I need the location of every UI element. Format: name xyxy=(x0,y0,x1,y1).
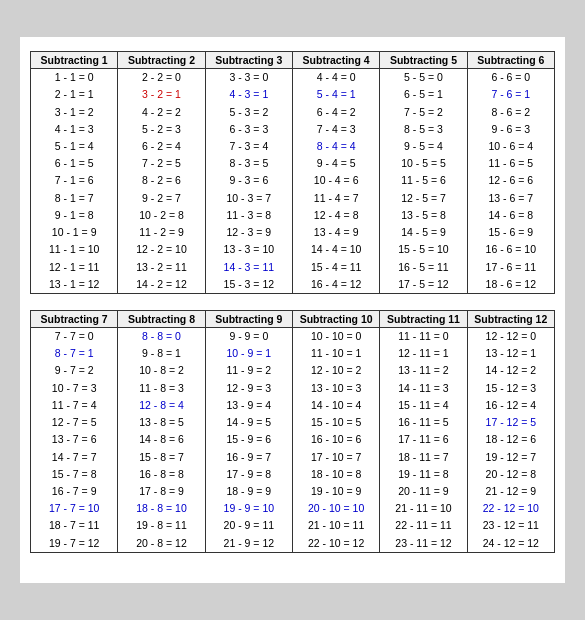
table-block-subtracting-5: Subtracting 55 - 5 = 06 - 5 = 17 - 5 = 2… xyxy=(380,51,467,294)
table-row: 12 - 2 = 10 xyxy=(118,241,204,258)
table-row: 12 - 7 = 5 xyxy=(31,414,117,431)
table-row: 12 - 5 = 7 xyxy=(380,190,466,207)
table-row: 11 - 7 = 4 xyxy=(31,397,117,414)
table-row: 14 - 2 = 12 xyxy=(118,276,204,293)
table-row: 5 - 5 = 0 xyxy=(380,69,466,86)
table-row: 6 - 3 = 3 xyxy=(206,121,292,138)
table-row: 13 - 5 = 8 xyxy=(380,207,466,224)
table-row: 12 - 9 = 3 xyxy=(206,380,292,397)
table-row: 14 - 10 = 4 xyxy=(293,397,379,414)
table-row: 11 - 2 = 9 xyxy=(118,224,204,241)
table-row: 3 - 3 = 0 xyxy=(206,69,292,86)
table-row: 7 - 2 = 5 xyxy=(118,155,204,172)
table-block-subtracting-1: Subtracting 11 - 1 = 02 - 1 = 13 - 1 = 2… xyxy=(30,51,118,294)
table-row: 3 - 1 = 2 xyxy=(31,104,117,121)
table-header: Subtracting 10 xyxy=(293,311,379,328)
table-row: 2 - 1 = 1 xyxy=(31,86,117,103)
table-header: Subtracting 12 xyxy=(468,311,554,328)
table-block-subtracting-6: Subtracting 66 - 6 = 07 - 6 = 18 - 6 = 2… xyxy=(468,51,555,294)
table-row: 12 - 8 = 4 xyxy=(118,397,204,414)
table-row: 21 - 9 = 12 xyxy=(206,535,292,552)
table-row: 12 - 3 = 9 xyxy=(206,224,292,241)
table-row: 15 - 12 = 3 xyxy=(468,380,554,397)
table-row: 7 - 3 = 4 xyxy=(206,138,292,155)
table-row: 17 - 12 = 5 xyxy=(468,414,554,431)
table-row: 10 - 6 = 4 xyxy=(468,138,554,155)
table-row: 21 - 11 = 10 xyxy=(380,500,466,517)
table-row: 7 - 5 = 2 xyxy=(380,104,466,121)
table-row: 10 - 10 = 0 xyxy=(293,328,379,345)
table-row: 18 - 7 = 11 xyxy=(31,517,117,534)
table-row: 9 - 8 = 1 xyxy=(118,345,204,362)
table-row: 9 - 7 = 2 xyxy=(31,362,117,379)
table-row: 13 - 2 = 11 xyxy=(118,259,204,276)
table-row: 21 - 10 = 11 xyxy=(293,517,379,534)
table-row: 4 - 4 = 0 xyxy=(293,69,379,86)
table-row: 6 - 6 = 0 xyxy=(468,69,554,86)
table-row: 14 - 4 = 10 xyxy=(293,241,379,258)
table-row: 12 - 11 = 1 xyxy=(380,345,466,362)
table-row: 9 - 4 = 5 xyxy=(293,155,379,172)
table-header: Subtracting 3 xyxy=(206,52,292,69)
table-row: 17 - 10 = 7 xyxy=(293,449,379,466)
table-row: 11 - 9 = 2 xyxy=(206,362,292,379)
table-row: 14 - 5 = 9 xyxy=(380,224,466,241)
table-row: 4 - 3 = 1 xyxy=(206,86,292,103)
table-row: 10 - 5 = 5 xyxy=(380,155,466,172)
table-row: 9 - 2 = 7 xyxy=(118,190,204,207)
table-header: Subtracting 8 xyxy=(118,311,204,328)
table-row: 13 - 12 = 1 xyxy=(468,345,554,362)
table-row: 3 - 2 = 1 xyxy=(118,86,204,103)
table-row: 7 - 1 = 6 xyxy=(31,172,117,189)
table-row: 14 - 9 = 5 xyxy=(206,414,292,431)
table-row: 5 - 4 = 1 xyxy=(293,86,379,103)
section-1: Subtracting 11 - 1 = 02 - 1 = 13 - 1 = 2… xyxy=(30,51,555,294)
table-block-subtracting-9: Subtracting 99 - 9 = 010 - 9 = 111 - 9 =… xyxy=(206,310,293,553)
table-header: Subtracting 7 xyxy=(31,311,117,328)
table-row: 13 - 4 = 9 xyxy=(293,224,379,241)
table-row: 17 - 9 = 8 xyxy=(206,466,292,483)
table-row: 18 - 10 = 8 xyxy=(293,466,379,483)
table-row: 14 - 8 = 6 xyxy=(118,431,204,448)
table-row: 13 - 8 = 5 xyxy=(118,414,204,431)
table-row: 13 - 9 = 4 xyxy=(206,397,292,414)
table-row: 15 - 9 = 6 xyxy=(206,431,292,448)
table-block-subtracting-3: Subtracting 33 - 3 = 04 - 3 = 15 - 3 = 2… xyxy=(206,51,293,294)
table-row: 1 - 1 = 0 xyxy=(31,69,117,86)
table-row: 11 - 6 = 5 xyxy=(468,155,554,172)
table-row: 24 - 12 = 12 xyxy=(468,535,554,552)
table-row: 10 - 9 = 1 xyxy=(206,345,292,362)
table-header: Subtracting 9 xyxy=(206,311,292,328)
table-row: 8 - 1 = 7 xyxy=(31,190,117,207)
table-block-subtracting-7: Subtracting 77 - 7 = 08 - 7 = 19 - 7 = 2… xyxy=(30,310,118,553)
table-row: 10 - 3 = 7 xyxy=(206,190,292,207)
table-row: 8 - 2 = 6 xyxy=(118,172,204,189)
table-row: 10 - 1 = 9 xyxy=(31,224,117,241)
table-row: 15 - 7 = 8 xyxy=(31,466,117,483)
table-row: 14 - 11 = 3 xyxy=(380,380,466,397)
table-row: 11 - 8 = 3 xyxy=(118,380,204,397)
table-row: 9 - 3 = 6 xyxy=(206,172,292,189)
table-row: 15 - 3 = 12 xyxy=(206,276,292,293)
table-row: 5 - 2 = 3 xyxy=(118,121,204,138)
table-row: 8 - 6 = 2 xyxy=(468,104,554,121)
table-row: 19 - 11 = 8 xyxy=(380,466,466,483)
table-row: 20 - 9 = 11 xyxy=(206,517,292,534)
table-row: 11 - 4 = 7 xyxy=(293,190,379,207)
table-row: 19 - 7 = 12 xyxy=(31,535,117,552)
table-row: 18 - 11 = 7 xyxy=(380,449,466,466)
table-row: 17 - 6 = 11 xyxy=(468,259,554,276)
table-row: 8 - 4 = 4 xyxy=(293,138,379,155)
table-row: 13 - 3 = 10 xyxy=(206,241,292,258)
table-header: Subtracting 11 xyxy=(380,311,466,328)
table-row: 12 - 4 = 8 xyxy=(293,207,379,224)
table-row: 17 - 11 = 6 xyxy=(380,431,466,448)
page: Subtracting 11 - 1 = 02 - 1 = 13 - 1 = 2… xyxy=(20,37,565,583)
table-row: 9 - 9 = 0 xyxy=(206,328,292,345)
table-row: 19 - 9 = 10 xyxy=(206,500,292,517)
table-row: 22 - 12 = 10 xyxy=(468,500,554,517)
table-row: 15 - 5 = 10 xyxy=(380,241,466,258)
table-row: 16 - 4 = 12 xyxy=(293,276,379,293)
table-row: 17 - 5 = 12 xyxy=(380,276,466,293)
table-row: 12 - 6 = 6 xyxy=(468,172,554,189)
